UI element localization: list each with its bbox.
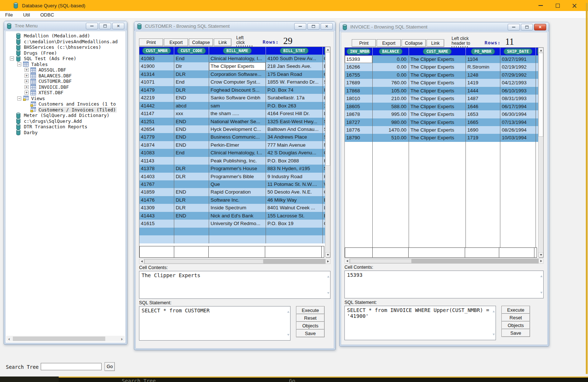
new-record-cell[interactable] — [345, 247, 373, 258]
scroll-right-icon[interactable] — [538, 258, 544, 264]
table-cell[interactable]: The Clipper Experts — [409, 87, 466, 95]
tree-horizontal-scrollbar[interactable]: ‹ › — [6, 336, 125, 342]
table-cell[interactable]: 06/17/1994 — [500, 103, 536, 110]
table-cell[interactable]: 10/03/1994 — [500, 134, 536, 142]
tree-item[interactable]: DTR Transaction Reports — [6, 124, 125, 130]
expand-icon[interactable]: + — [25, 85, 29, 89]
table-cell[interactable]: 41443 — [139, 212, 174, 220]
table-cell[interactable] — [174, 157, 209, 165]
table-cell[interactable]: 41147 — [139, 110, 174, 117]
table-cell[interactable]: 18727 — [345, 118, 373, 126]
maximize-button[interactable] — [307, 23, 319, 30]
new-record-cell[interactable] — [208, 246, 265, 258]
table-cell[interactable]: 07/13/1994 — [500, 118, 536, 126]
scrollbar-thumb[interactable] — [538, 53, 543, 137]
table-cell[interactable]: Hyck Development C... — [209, 125, 266, 133]
table-cell[interactable]: The Clipper Experts — [409, 55, 466, 63]
collapse-icon[interactable]: − — [17, 96, 21, 100]
table-cell[interactable]: Peak Publishing, Inc. — [209, 157, 266, 165]
table-cell[interactable]: Business Communic... — [209, 133, 266, 141]
cell-contents-box[interactable]: 15393 — [344, 271, 544, 298]
table-cell[interactable]: 07/29/1992 — [500, 71, 536, 79]
table-cell[interactable]: Perkin-Elmer — [209, 141, 266, 149]
table-cell[interactable]: Dlr — [174, 62, 209, 70]
table-cell[interactable]: 18776 — [345, 126, 373, 134]
new-record-cell[interactable] — [372, 247, 409, 258]
table-cell[interactable]: DLR — [174, 204, 209, 212]
table-cell[interactable]: R.Stromin — [466, 63, 500, 71]
tree-item[interactable]: −Views — [6, 96, 125, 102]
tree-item[interactable]: Darby — [6, 130, 125, 136]
table-row[interactable]: 41251ENDNational Weather Se...1325 East-… — [139, 118, 326, 125]
table-cell[interactable]: End — [174, 149, 209, 157]
table-cell[interactable]: Programmer's Bible — [209, 173, 266, 180]
table-cell[interactable]: The Clipper Experts — [409, 79, 466, 87]
table-cell[interactable] — [139, 228, 174, 235]
scroll-right-icon[interactable] — [325, 259, 330, 264]
table-row[interactable]: 187761470.00The Clipper Experts169008/26… — [345, 126, 539, 134]
scrollbar-thumb[interactable] — [325, 52, 330, 166]
table-cell[interactable]: 0.00 — [373, 71, 409, 79]
table-cell[interactable]: 34 Andrews Place — [266, 133, 323, 141]
tree-item[interactable]: −Tables — [6, 62, 125, 67]
table-row[interactable]: 41874ENDPerkin-Elmer777 Main AvenueN — [139, 141, 326, 149]
table-cell[interactable]: The Clipper Experts — [409, 134, 466, 142]
table-cell[interactable]: The Clipper Experts — [409, 118, 466, 126]
table-row[interactable]: 41309DLRInside Spectrum8401 Walnut Creek… — [139, 204, 326, 212]
table-row[interactable]: 18010210.00The Clipper Experts148708/31/… — [345, 95, 539, 102]
table-row[interactable]: 153930.00The Clipper Experts110403/27/19… — [345, 55, 539, 63]
scrollbar-thumb[interactable] — [145, 259, 263, 264]
print-button[interactable]: Print — [139, 38, 163, 46]
reset-button[interactable]: Reset — [296, 314, 325, 322]
cell-contents-box[interactable]: The Clipper Experts — [139, 271, 330, 299]
link-button[interactable]: Link — [214, 38, 231, 46]
table-cell[interactable]: 04/12/1993 — [500, 79, 536, 87]
table-cell[interactable]: 41309 — [139, 204, 174, 212]
vertical-scrollbar[interactable] — [325, 47, 330, 257]
table-cell[interactable]: 1719 — [466, 134, 500, 142]
table-cell[interactable]: 41403 — [139, 173, 174, 180]
table-row[interactable]: 41767Que11 Potomac St. N.W....W — [139, 180, 326, 188]
table-row[interactable]: 41403DLRProgrammer's Bible9 Industry Roa… — [139, 173, 326, 180]
table-cell[interactable]: DLR — [174, 86, 209, 94]
table-cell[interactable]: 1444 — [466, 87, 500, 95]
new-record-row[interactable] — [345, 247, 539, 258]
table-cell[interactable] — [174, 235, 209, 243]
tree-item[interactable]: Customers / Invoices (Tiled) — [6, 107, 125, 113]
sql-statement-box[interactable]: SELECT * from CUSTOMER — [139, 306, 291, 341]
table-row[interactable]: 41859ENDRapid Corporation50 Desoto Ave. … — [139, 188, 326, 196]
collapse-icon[interactable]: − — [10, 56, 14, 60]
scroll-down-icon[interactable] — [538, 252, 543, 257]
close-button[interactable]: × — [566, 0, 583, 11]
horizontal-scrollbar[interactable] — [139, 259, 330, 264]
table-cell[interactable]: 06/30/1994 — [500, 110, 536, 118]
reset-button[interactable]: Reset — [501, 313, 530, 322]
table-row[interactable]: 41314DLRCorporation Software...175 Dean … — [139, 70, 326, 78]
table-cell[interactable]: 1665 — [466, 118, 500, 126]
table-cell[interactable] — [174, 228, 209, 235]
table-cell[interactable]: END — [174, 212, 209, 220]
table-cell[interactable]: 41083 — [139, 149, 174, 157]
minimize-button[interactable] — [508, 24, 520, 30]
table-row[interactable]: 41083EndClinical Hematology, I...4100 So… — [139, 55, 326, 62]
table-cell[interactable]: 41615 — [139, 220, 174, 227]
new-record-cell[interactable] — [321, 246, 324, 258]
table-cell[interactable]: sam — [209, 102, 266, 110]
tree-item[interactable]: Customers and Invoices (1 to — [6, 101, 125, 107]
new-record-cell[interactable] — [499, 247, 534, 258]
table-cell[interactable]: 08/26/1994 — [500, 126, 536, 134]
table-row[interactable]: 41143Peak Publishing, Inc.P.O. Box 2088H — [139, 157, 326, 165]
collapse-button[interactable]: Collapse — [402, 39, 426, 47]
table-cell[interactable]: The Clipper Experts — [209, 62, 266, 70]
table-cell[interactable]: 155 Lacrosse St. — [266, 212, 323, 220]
table-cell[interactable]: 41314 — [139, 70, 174, 78]
table-cell[interactable]: 08/31/1993 — [500, 95, 536, 102]
tree-item[interactable]: c:\drugs\SqlQuery.Add — [6, 118, 125, 124]
maximize-button[interactable] — [549, 0, 566, 11]
scroll-left-icon[interactable] — [139, 259, 144, 264]
new-record-cell[interactable] — [174, 246, 209, 258]
table-cell[interactable]: 1690 — [466, 126, 500, 134]
table-row[interactable]: 18727980.00The Clipper Experts166507/13/… — [345, 118, 539, 126]
tree-item[interactable]: +BALANCES.DBF — [6, 73, 125, 79]
table-row[interactable]: 41378DLRProgrammer's House883 N Hyden, #… — [139, 165, 326, 172]
